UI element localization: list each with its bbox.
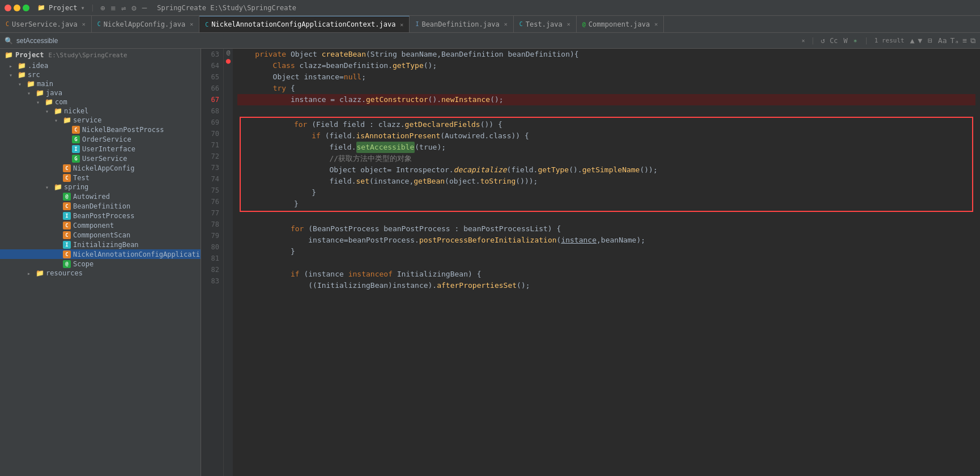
var-instance-79: instance: [561, 235, 596, 246]
class-icon-autowired: @: [62, 192, 71, 201]
code-line-74: field.set(instance,getBean(object.toStri…: [241, 176, 972, 187]
code-line-77: [237, 212, 975, 223]
code-73a: Object object= Introspector.: [241, 164, 454, 176]
arrow-nickel: ▾: [45, 108, 53, 114]
lnum-66: 66: [201, 83, 224, 94]
tab-close-userservice[interactable]: ✕: [82, 21, 86, 27]
sidebar-item-userinterface[interactable]: ▸ I UserInterface: [0, 144, 201, 154]
sidebar-item-spring[interactable]: ▾ 📁 spring: [0, 182, 201, 192]
code-line-68: [237, 105, 975, 117]
gutter-67: ●: [224, 56, 233, 65]
arrow-com: ▾: [36, 99, 44, 105]
tab-label-userservice: UserService.java: [12, 20, 78, 28]
folder-icon-service: 📁: [62, 116, 71, 124]
tab-test[interactable]: C Test.java ✕: [514, 16, 577, 32]
code-content[interactable]: private Object createBean(String beanNam…: [233, 49, 980, 476]
indent-70: [241, 130, 312, 142]
tab-icon-test: C: [519, 21, 523, 27]
window-controls: [5, 5, 29, 11]
search-options-icon[interactable]: ⊟: [928, 36, 932, 45]
new-file-icon[interactable]: ⊕: [100, 3, 105, 12]
search-clear-icon[interactable]: ✕: [802, 37, 805, 44]
sidebar-item-autowired[interactable]: ▸ @ Autowired: [0, 192, 201, 201]
tab-nickelannotation[interactable]: C NickelAnnotationConfigApplicationConte…: [199, 16, 410, 32]
tab-close-commponent[interactable]: ✕: [654, 21, 658, 27]
project-label[interactable]: Project: [49, 4, 78, 12]
code-line-67: instance = clazz.getConstructor().newIns…: [237, 94, 975, 105]
sidebar-item-initializingbean[interactable]: ▸ I InitializingBean: [0, 240, 201, 249]
sidebar-item-service[interactable]: ▾ 📁 service: [0, 116, 201, 125]
tab-beandefinition[interactable]: I BeanDefinition.java ✕: [410, 16, 513, 32]
search-next-icon[interactable]: ▼: [918, 36, 922, 45]
sidebar-item-beandefinition[interactable]: ▸ C BeanDefinition: [0, 201, 201, 211]
sidebar-item-scope[interactable]: ▸ @ Scope: [0, 259, 201, 269]
sidebar-item-test[interactable]: ▸ C Test: [0, 173, 201, 182]
class-icon-nickelbean: C: [71, 125, 80, 134]
sidebar-item-resources[interactable]: ▸ 📁 resources: [0, 269, 201, 278]
sidebar-item-orderservice[interactable]: ▸ G OrderService: [0, 134, 201, 144]
tab-close-nickelannotation[interactable]: ✕: [400, 22, 403, 28]
class-icon-beandefinition: C: [62, 202, 71, 210]
code-line-82: if (instance instanceof InitializingBean…: [237, 269, 975, 280]
structure-icon[interactable]: ≡: [110, 3, 115, 12]
sidebar-item-idea[interactable]: ▸ 📁 .idea: [0, 61, 201, 70]
title-bar: 📁 Project ▾ | ⊕ ≡ ⇌ ⚙ ─ SpringCreate E:\…: [0, 0, 980, 16]
sidebar-item-commponent[interactable]: ▸ C Commponent: [0, 220, 201, 230]
sidebar-item-com[interactable]: ▾ 📁 com: [0, 97, 201, 107]
indent-82: [237, 269, 291, 280]
tab-close-test[interactable]: ✕: [567, 21, 570, 27]
tab-close-nickelappconfig[interactable]: ✕: [190, 21, 193, 27]
kw-instanceof-82: instanceof: [348, 269, 397, 280]
indent-71: field.: [241, 142, 356, 153]
minimize-dot[interactable]: [14, 5, 20, 11]
search-prev-icon[interactable]: ▲: [910, 36, 914, 45]
code-line-71: field.setAccessible(true);: [241, 142, 972, 153]
minimize-icon[interactable]: ─: [142, 3, 147, 12]
sidebar-label-commponentscan: CommponentScan: [73, 231, 130, 239]
search-input[interactable]: [16, 37, 796, 45]
sidebar-item-beanpostprocess[interactable]: ▸ I BeanPostProcess: [0, 211, 201, 220]
tab-close-beandefinition[interactable]: ✕: [504, 21, 508, 27]
code-line-69: for (Field field : clazz.getDeclaredFiel…: [241, 119, 972, 130]
search-filter-icon[interactable]: ⧉: [970, 36, 975, 45]
tab-userservice[interactable]: C UserService.java ✕: [0, 16, 92, 32]
search-bar: 🔍 ✕ | ↺ Cc W ∗ | 1 result ▲ ▼ ⊟ Aa Tₐ ≡ …: [0, 33, 980, 49]
sidebar-item-commponentscan[interactable]: ▸ C CommponentScan: [0, 230, 201, 240]
maximize-dot[interactable]: [23, 5, 29, 11]
method-isannotationpresent: isAnnotationPresent: [356, 130, 441, 142]
split-icon[interactable]: ⇌: [121, 3, 126, 12]
search-format-icon[interactable]: ≡: [962, 36, 967, 45]
tab-nickelappconfig[interactable]: C NickelAppConfig.java ✕: [92, 16, 200, 32]
kw-private-63: private: [237, 49, 291, 60]
code-69b: ()) {: [480, 119, 502, 130]
sidebar-item-main[interactable]: ▾ 📁 main: [0, 79, 201, 88]
class-icon-nickelannot: C: [62, 250, 71, 258]
kw-try-66: try: [273, 83, 286, 94]
kw-null-65: null: [344, 71, 361, 83]
sidebar-item-nickel[interactable]: ▾ 📁 nickel: [0, 107, 201, 116]
sidebar-item-src[interactable]: ▾ 📁 src: [0, 70, 201, 79]
sidebar-item-nickelannot[interactable]: ▸ C NickelAnnotationConfigApplicati...: [0, 249, 201, 259]
settings-icon[interactable]: ⚙: [131, 3, 136, 12]
class-icon-orderservice: G: [71, 135, 80, 143]
lnum-63: 63: [201, 49, 224, 60]
sidebar-item-java[interactable]: ▾ 📁 java: [0, 88, 201, 97]
search-aa2-icon[interactable]: Tₐ: [951, 36, 960, 45]
code-82a: (instance: [304, 269, 348, 280]
type-object-65: Object instance=: [237, 71, 344, 83]
brace-66: {: [286, 83, 295, 94]
lnum-74: 74: [201, 173, 224, 185]
tab-commponent[interactable]: @ Commponent.java ✕: [577, 16, 664, 32]
search-refresh-icon[interactable]: ↺: [821, 36, 825, 45]
lnum-73: 73: [201, 162, 224, 173]
close-dot[interactable]: [5, 5, 11, 11]
arrow-resources: ▸: [27, 270, 35, 277]
sidebar-item-nickelbean[interactable]: ▸ C NickelBeanPostProcss: [0, 125, 201, 134]
code-line-83: ((InitializingBean)instance).afterProper…: [237, 280, 975, 291]
search-aa-icon[interactable]: Aa: [938, 36, 947, 45]
sidebar-item-userservice[interactable]: ▸ G UserService: [0, 154, 201, 163]
sidebar-item-nickelappconfig[interactable]: ▸ C NickelAppConfig: [0, 163, 201, 173]
sidebar-label-nickelannot: NickelAnnotationConfigApplicati...: [73, 250, 201, 258]
lnum-80: 80: [201, 241, 224, 253]
code-line-63: private Object createBean(String beanNam…: [237, 49, 975, 60]
